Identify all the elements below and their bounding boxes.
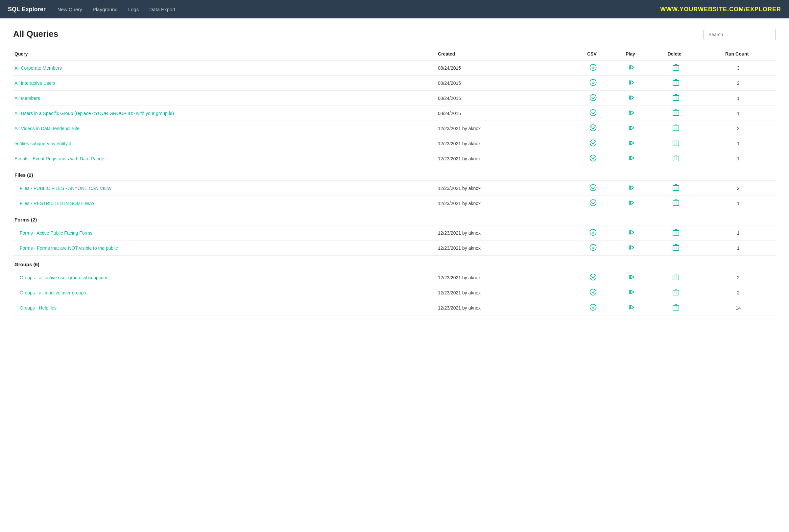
delete-icon[interactable] <box>673 124 679 131</box>
query-link[interactable]: All Videos in Data Tendenci Site <box>15 126 79 131</box>
svg-rect-101 <box>673 275 679 280</box>
delete-icon[interactable] <box>673 184 679 191</box>
download-csv-icon[interactable] <box>589 154 597 162</box>
play-cell <box>613 225 651 241</box>
group-header-row: Files (2) <box>13 166 776 181</box>
playground-link[interactable]: Playground <box>89 5 121 14</box>
play-icon[interactable] <box>628 184 635 191</box>
delete-icon[interactable] <box>673 229 679 236</box>
delete-cell <box>651 136 701 151</box>
download-csv-icon[interactable] <box>589 184 597 191</box>
download-csv-icon[interactable] <box>589 94 597 101</box>
delete-icon[interactable] <box>673 273 679 281</box>
table-row: Files - PUBLIC FILES - ANYONE CAN VIEW12… <box>13 181 776 196</box>
play-icon[interactable] <box>628 124 635 131</box>
query-link[interactable]: All Users in a Specific Group (replace <… <box>15 111 174 116</box>
query-link[interactable]: Files - PUBLIC FILES - ANYONE CAN VIEW <box>20 186 111 191</box>
play-icon[interactable] <box>628 154 635 162</box>
delete-cell <box>651 196 701 211</box>
delete-icon[interactable] <box>673 79 679 86</box>
download-csv-icon[interactable] <box>589 304 597 311</box>
csv-cell <box>574 91 613 106</box>
run-count-cell: 1 <box>700 136 776 151</box>
query-link[interactable]: entities subquery by entityid <box>15 141 71 146</box>
download-csv-icon[interactable] <box>589 199 597 206</box>
new-query-link[interactable]: New Query <box>54 5 86 14</box>
query-created-cell: 12/23/2021 by aknox <box>436 225 574 241</box>
col-header-delete: Delete <box>651 48 701 60</box>
query-name-cell: entities subquery by entityid <box>13 136 436 151</box>
play-icon[interactable] <box>628 244 635 251</box>
download-csv-icon[interactable] <box>589 64 597 71</box>
download-csv-icon[interactable] <box>589 109 597 116</box>
play-icon[interactable] <box>628 79 635 86</box>
table-row: All Videos in Data Tendenci Site12/23/20… <box>13 121 776 136</box>
query-link[interactable]: All Members <box>15 96 40 101</box>
delete-icon[interactable] <box>673 288 679 296</box>
query-link[interactable]: Forms - Active Public Facing Forms <box>20 230 92 235</box>
play-icon[interactable] <box>628 94 635 101</box>
delete-icon[interactable] <box>673 244 679 251</box>
query-created-cell: 12/23/2021 by aknox <box>436 136 574 151</box>
delete-icon[interactable] <box>673 139 679 147</box>
query-link[interactable]: All Interactive Users <box>15 80 55 86</box>
download-csv-icon[interactable] <box>589 229 597 236</box>
delete-icon[interactable] <box>673 304 679 311</box>
play-icon[interactable] <box>628 288 635 296</box>
query-link[interactable]: Groups - Helpfiles <box>20 305 57 310</box>
csv-cell <box>574 300 613 316</box>
table-row: Groups - all active user group subscript… <box>13 270 776 285</box>
play-icon[interactable] <box>628 199 635 206</box>
play-icon[interactable] <box>628 273 635 281</box>
page-header: All Queries <box>13 29 776 40</box>
search-input[interactable] <box>703 29 776 40</box>
query-created-cell: 12/23/2021 by aknox <box>436 241 574 255</box>
query-link[interactable]: Files - RESTRICTED IN SOME WAY <box>20 201 95 206</box>
play-icon[interactable] <box>628 229 635 236</box>
play-cell <box>613 106 651 121</box>
play-cell <box>613 285 651 300</box>
delete-icon[interactable] <box>673 109 679 116</box>
download-csv-icon[interactable] <box>589 79 597 86</box>
play-icon[interactable] <box>628 304 635 311</box>
play-icon[interactable] <box>628 64 635 71</box>
delete-icon[interactable] <box>673 64 679 71</box>
download-csv-icon[interactable] <box>589 124 597 131</box>
delete-icon[interactable] <box>673 154 679 162</box>
play-icon[interactable] <box>628 139 635 147</box>
query-link[interactable]: Forms - Forms that are NOT visible to th… <box>20 245 118 251</box>
play-cell <box>613 181 651 196</box>
table-row: Groups - Helpfiles12/23/2021 by aknox 14 <box>13 300 776 316</box>
table-row: Forms - Active Public Facing Forms12/23/… <box>13 225 776 241</box>
csv-cell <box>574 241 613 255</box>
download-csv-icon[interactable] <box>589 273 597 281</box>
svg-rect-119 <box>673 305 679 310</box>
delete-icon[interactable] <box>673 94 679 101</box>
query-created-cell: 12/23/2021 by aknox <box>436 151 574 166</box>
download-csv-icon[interactable] <box>589 139 597 147</box>
navbar: SQL Explorer New Query Playground Logs D… <box>0 0 789 18</box>
delete-cell <box>651 60 701 76</box>
download-csv-icon[interactable] <box>589 288 597 296</box>
data-export-link[interactable]: Data Export <box>145 5 179 14</box>
query-created-cell: 12/23/2021 by aknox <box>436 270 574 285</box>
svg-rect-47 <box>673 141 679 146</box>
svg-rect-11 <box>673 80 679 86</box>
download-csv-icon[interactable] <box>589 244 597 251</box>
logs-link[interactable]: Logs <box>124 5 143 14</box>
query-created-cell: 12/23/2021 by aknox <box>436 181 574 196</box>
query-name-cell: All Interactive Users <box>13 76 436 91</box>
table-row: entities subquery by entityid12/23/2021 … <box>13 136 776 151</box>
play-icon[interactable] <box>628 109 635 116</box>
query-link[interactable]: Events - Event Registrants with Date Ran… <box>15 156 104 162</box>
table-body: All Corporate Members08/24/2015 3All Int… <box>13 60 776 316</box>
delete-icon[interactable] <box>673 199 679 206</box>
query-link[interactable]: Groups - all inactive user groups <box>20 290 86 296</box>
query-link[interactable]: Groups - all active user group subscript… <box>20 275 108 280</box>
csv-cell <box>574 136 613 151</box>
play-cell <box>613 60 651 76</box>
delete-cell <box>651 270 701 285</box>
group-header-label: Files (2) <box>13 166 776 181</box>
query-link[interactable]: All Corporate Members <box>15 65 62 71</box>
delete-cell <box>651 241 701 255</box>
